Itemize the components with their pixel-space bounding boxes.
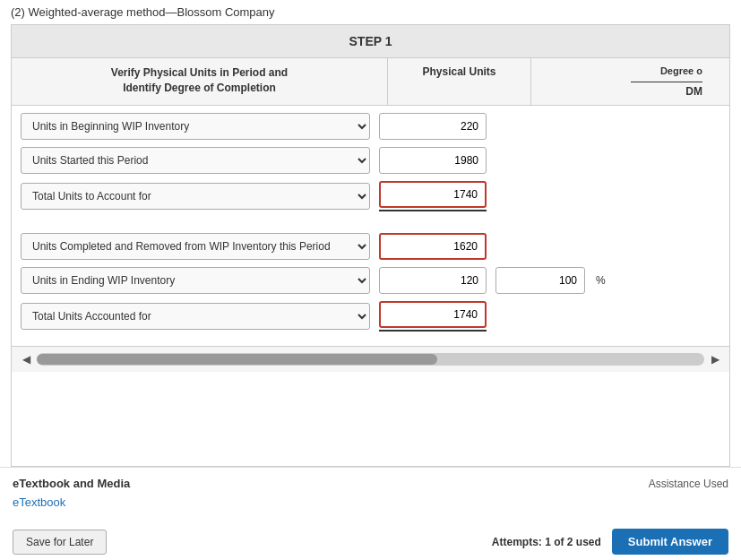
row6-dropdown[interactable]: Total Units Accounted for Units in Begin…	[21, 303, 370, 330]
row3-dropdown-cell: Total Units to Account for Units in Begi…	[21, 183, 370, 210]
table-row: Total Units to Account for Units in Begi…	[21, 181, 720, 211]
footer-bottom: Save for Later Attempts: 1 of 2 used Sub…	[13, 521, 728, 555]
column-headers: Verify Physical Units in Period and Iden…	[12, 58, 729, 106]
footer-top: eTextbook and Media Assistance Used	[13, 477, 728, 490]
etextbook-label: eTextbook and Media	[13, 477, 130, 490]
page-title: (2) Weighted-average method—Blossom Comp…	[0, 0, 741, 24]
table-row: Total Units Accounted for Units in Begin…	[21, 301, 720, 332]
row3-dropdown[interactable]: Total Units to Account for Units in Begi…	[21, 183, 370, 210]
row4-number-input[interactable]	[379, 233, 487, 260]
col-header-degree: Degree o DM	[531, 58, 729, 105]
footer-section: eTextbook and Media Assistance Used eTex…	[0, 467, 741, 560]
scroll-right-arrow[interactable]: ▶	[708, 352, 722, 366]
table-row: Units Started this Period Units in Begin…	[21, 147, 720, 174]
row5-dropdown[interactable]: Units in Ending WIP Inventory Units in B…	[21, 267, 370, 294]
table-row: Units Completed and Removed from WIP Inv…	[21, 233, 720, 260]
row4-dropdown-cell: Units Completed and Removed from WIP Inv…	[21, 233, 370, 260]
table-row: Units in Beginning WIP Inventory Units S…	[21, 113, 720, 140]
row1-dropdown-cell: Units in Beginning WIP Inventory Units S…	[21, 113, 370, 140]
row5-dropdown-cell: Units in Ending WIP Inventory Units in B…	[21, 267, 370, 294]
row2-dropdown-cell: Units Started this Period Units in Begin…	[21, 147, 370, 174]
step-header: STEP 1	[12, 25, 729, 58]
row1-dropdown[interactable]: Units in Beginning WIP Inventory Units S…	[21, 113, 370, 140]
col-header-left: Verify Physical Units in Period and Iden…	[12, 58, 388, 105]
row2-dropdown[interactable]: Units Started this Period Units in Begin…	[21, 147, 370, 174]
attempts-text: Attempts: 1 of 2 used	[492, 536, 601, 548]
row5-dm-input[interactable]	[495, 267, 585, 294]
horizontal-scrollbar[interactable]: ◀ ▶	[12, 346, 729, 372]
submit-answer-button[interactable]: Submit Answer	[612, 529, 728, 555]
row1-number-input[interactable]	[379, 113, 487, 140]
row6-number-input[interactable]	[379, 301, 487, 328]
save-later-button[interactable]: Save for Later	[13, 530, 107, 555]
col-header-physical-units: Physical Units	[388, 58, 531, 105]
row4-dropdown[interactable]: Units Completed and Removed from WIP Inv…	[21, 233, 370, 260]
scroll-track[interactable]	[37, 353, 704, 366]
table-body: Units in Beginning WIP Inventory Units S…	[12, 106, 729, 346]
row2-number-input[interactable]	[379, 147, 487, 174]
row5-number-input[interactable]	[379, 267, 487, 294]
scroll-thumb	[37, 354, 437, 365]
pct-label: %	[596, 274, 606, 287]
row6-dropdown-cell: Total Units Accounted for Units in Begin…	[21, 303, 370, 330]
footer-right: Attempts: 1 of 2 used Submit Answer	[492, 529, 728, 555]
row3-number-input[interactable]	[379, 181, 487, 208]
table-row: Units in Ending WIP Inventory Units in B…	[21, 267, 720, 294]
etextbook-link[interactable]: eTextbook	[13, 495, 65, 509]
scroll-left-arrow[interactable]: ◀	[19, 352, 33, 366]
assistance-label: Assistance Used	[649, 478, 728, 490]
